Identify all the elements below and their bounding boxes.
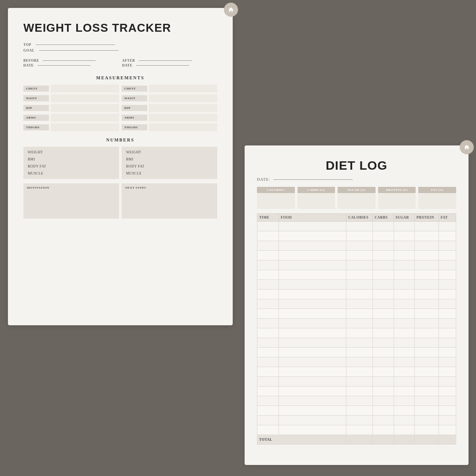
table-cell[interactable] (346, 270, 373, 280)
table-row[interactable] (257, 416, 456, 425)
table-cell[interactable] (439, 425, 456, 435)
table-cell[interactable] (346, 319, 373, 328)
thighs-value-left[interactable] (51, 123, 119, 131)
table-cell[interactable] (257, 231, 279, 241)
table-cell[interactable] (394, 328, 415, 338)
table-cell[interactable] (415, 367, 439, 377)
table-cell[interactable] (415, 357, 439, 367)
table-cell[interactable] (415, 425, 439, 435)
table-cell[interactable] (439, 260, 456, 270)
table-cell[interactable] (394, 251, 415, 260)
table-cell[interactable] (439, 270, 456, 280)
table-cell[interactable] (279, 231, 346, 241)
table-cell[interactable] (394, 338, 415, 348)
table-cell[interactable] (279, 396, 346, 406)
table-cell[interactable] (439, 251, 456, 260)
table-cell[interactable] (346, 328, 373, 338)
table-cell[interactable] (279, 270, 346, 280)
table-cell[interactable] (257, 309, 279, 319)
table-cell[interactable] (346, 309, 373, 319)
table-cell[interactable] (373, 348, 394, 357)
table-row[interactable] (257, 299, 456, 309)
table-cell[interactable] (439, 387, 456, 396)
table-row[interactable] (257, 328, 456, 338)
table-cell[interactable] (373, 251, 394, 260)
table-row[interactable] (257, 396, 456, 406)
table-cell[interactable] (346, 377, 373, 387)
table-cell[interactable] (439, 328, 456, 338)
table-cell[interactable] (394, 231, 415, 241)
table-cell[interactable] (439, 231, 456, 241)
table-cell[interactable] (373, 270, 394, 280)
table-row[interactable] (257, 387, 456, 396)
table-cell[interactable] (439, 241, 456, 251)
table-cell[interactable] (415, 280, 439, 290)
table-cell[interactable] (279, 387, 346, 396)
table-cell[interactable] (257, 328, 279, 338)
table-row[interactable] (257, 348, 456, 357)
table-cell[interactable] (439, 222, 456, 231)
table-row[interactable] (257, 270, 456, 280)
table-cell[interactable] (394, 299, 415, 309)
table-cell[interactable] (346, 231, 373, 241)
waist-value-left[interactable] (51, 94, 119, 102)
table-row[interactable] (257, 367, 456, 377)
table-cell[interactable] (279, 348, 346, 357)
table-cell[interactable] (279, 319, 346, 328)
table-cell[interactable] (279, 241, 346, 251)
table-cell[interactable] (257, 299, 279, 309)
table-cell[interactable] (394, 396, 415, 406)
table-cell[interactable] (257, 425, 279, 435)
table-cell[interactable] (439, 338, 456, 348)
date-input-line[interactable] (273, 179, 353, 180)
table-cell[interactable] (346, 251, 373, 260)
table-cell[interactable] (346, 367, 373, 377)
fat-value[interactable] (418, 193, 456, 209)
table-cell[interactable] (394, 367, 415, 377)
table-cell[interactable] (257, 260, 279, 270)
table-cell[interactable] (373, 416, 394, 425)
table-row[interactable] (257, 260, 456, 270)
carbs-value[interactable] (298, 193, 335, 209)
table-cell[interactable] (346, 260, 373, 270)
table-cell[interactable] (279, 357, 346, 367)
table-cell[interactable] (346, 241, 373, 251)
hip-value-right[interactable] (149, 104, 217, 112)
table-cell[interactable] (373, 260, 394, 270)
table-cell[interactable] (439, 377, 456, 387)
table-cell[interactable] (439, 406, 456, 416)
table-cell[interactable] (439, 309, 456, 319)
table-cell[interactable] (346, 406, 373, 416)
table-cell[interactable] (415, 251, 439, 260)
table-cell[interactable] (439, 299, 456, 309)
hip-value-left[interactable] (51, 104, 119, 112)
thighs-value-right[interactable] (149, 123, 217, 131)
table-row[interactable] (257, 231, 456, 241)
table-cell[interactable] (373, 406, 394, 416)
table-cell[interactable] (257, 280, 279, 290)
table-cell[interactable] (373, 231, 394, 241)
table-cell[interactable] (439, 416, 456, 425)
table-row[interactable] (257, 319, 456, 328)
table-cell[interactable] (415, 231, 439, 241)
table-row[interactable] (257, 357, 456, 367)
table-cell[interactable] (394, 270, 415, 280)
table-cell[interactable] (373, 396, 394, 406)
table-cell[interactable] (439, 396, 456, 406)
table-cell[interactable] (394, 348, 415, 357)
table-row[interactable] (257, 425, 456, 435)
table-cell[interactable] (394, 290, 415, 299)
table-cell[interactable] (257, 377, 279, 387)
table-cell[interactable] (346, 222, 373, 231)
table-row[interactable] (257, 290, 456, 299)
table-cell[interactable] (373, 309, 394, 319)
table-cell[interactable] (373, 241, 394, 251)
table-cell[interactable] (257, 338, 279, 348)
table-cell[interactable] (415, 377, 439, 387)
table-cell[interactable] (257, 416, 279, 425)
table-cell[interactable] (346, 396, 373, 406)
table-cell[interactable] (394, 416, 415, 425)
table-cell[interactable] (439, 357, 456, 367)
table-cell[interactable] (346, 299, 373, 309)
table-cell[interactable] (394, 357, 415, 367)
